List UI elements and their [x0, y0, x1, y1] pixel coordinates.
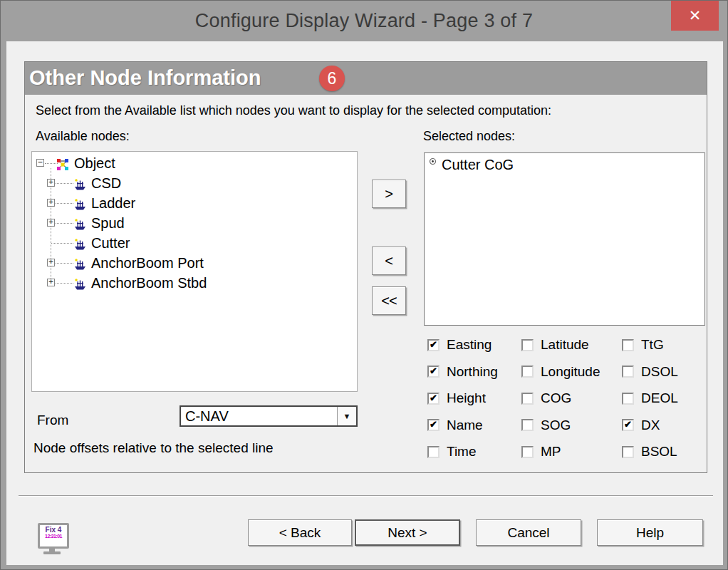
tree-dotted-connector: [45, 163, 58, 164]
expand-icon[interactable]: +: [47, 219, 55, 227]
tree-node-label: Object: [74, 153, 115, 173]
ship-icon: [74, 179, 86, 190]
tree-node[interactable]: +AnchorBoom Port: [33, 253, 357, 273]
checkbox-label: TtG: [641, 337, 664, 353]
field-checkbox-row[interactable]: ✔Height: [427, 390, 486, 407]
checkbox-label: DSOL: [641, 364, 678, 380]
checkbox[interactable]: [521, 419, 534, 431]
checkbox[interactable]: ✔: [427, 393, 440, 405]
cancel-button[interactable]: Cancel: [476, 519, 581, 546]
move-all-left-button[interactable]: <<: [372, 286, 406, 315]
field-checkbox-row[interactable]: COG: [521, 390, 571, 407]
expand-icon[interactable]: +: [47, 199, 55, 207]
checkbox[interactable]: ✔: [427, 339, 440, 351]
tree-node-label: Spud: [91, 213, 125, 233]
footer-separator: [19, 495, 713, 497]
checkbox[interactable]: [427, 446, 440, 458]
checkbox-label: Time: [447, 444, 477, 460]
collapse-icon[interactable]: −: [36, 159, 44, 167]
checkbox[interactable]: [521, 366, 534, 378]
page-header: Other Node Information 6: [25, 62, 707, 95]
check-icon: ✔: [430, 366, 437, 376]
titlebar: Configure Display Wizard - Page 3 of 7 ✕: [1, 1, 727, 41]
field-checkbox-row[interactable]: TtG: [622, 336, 664, 353]
checkbox[interactable]: ✔: [427, 419, 440, 431]
next-button[interactable]: Next >: [355, 519, 460, 546]
move-right-button[interactable]: >: [372, 180, 406, 208]
tree-dotted-connector: [56, 183, 73, 184]
field-checkbox-row[interactable]: ✔DX: [622, 417, 660, 434]
wizard-window: Configure Display Wizard - Page 3 of 7 ✕…: [0, 0, 728, 570]
field-checkbox-row[interactable]: Time: [427, 443, 477, 460]
checkbox-label: Longitude: [541, 364, 600, 380]
expand-icon[interactable]: +: [47, 279, 55, 286]
field-checkbox-row[interactable]: Longitude: [521, 363, 600, 380]
checkbox-label: Name: [447, 418, 483, 433]
close-icon: ✕: [689, 7, 702, 24]
expand-icon[interactable]: +: [47, 259, 55, 266]
tree-dotted-connector: [56, 203, 73, 204]
checkbox-label: Height: [447, 390, 486, 406]
move-left-button[interactable]: <: [372, 247, 406, 275]
checkbox-label: SOG: [541, 418, 571, 433]
checkbox-label: MP: [541, 444, 561, 460]
dialog-content: Other Node Information 6 Select from the…: [6, 41, 723, 565]
available-tree: −Object+CSD+Ladder+SpudCutter+AnchorBoom…: [33, 153, 357, 391]
tree-node[interactable]: Cutter: [33, 233, 357, 253]
selected-nodes-list[interactable]: Cutter CoG: [424, 152, 705, 326]
checkbox[interactable]: [521, 446, 534, 458]
field-checkbox-row[interactable]: SOG: [521, 417, 571, 434]
ship-icon: [74, 239, 86, 250]
field-checkbox-row[interactable]: DSOL: [622, 363, 678, 380]
checkbox-label: BSOL: [641, 444, 677, 460]
fix-status-monitor-icon: Fix 4 12:31:01: [36, 523, 69, 556]
tree-node[interactable]: −Object: [33, 153, 357, 173]
chevron-down-icon[interactable]: ▼: [337, 407, 356, 425]
checkbox[interactable]: [622, 366, 634, 378]
checkbox-label: DX: [641, 418, 660, 433]
close-button[interactable]: ✕: [671, 1, 719, 31]
expand-icon[interactable]: +: [47, 179, 55, 187]
field-checkbox-row[interactable]: ✔Name: [427, 417, 483, 434]
field-checkbox-row[interactable]: ✔Easting: [427, 336, 492, 353]
tree-dotted-connector: [56, 283, 73, 284]
checkbox[interactable]: ✔: [622, 419, 634, 431]
monitor-screen: Fix 4 12:31:01: [38, 523, 69, 549]
tree-dotted-connector: [56, 263, 73, 264]
checkbox[interactable]: [622, 393, 634, 405]
selected-node-item[interactable]: Cutter CoG: [429, 157, 700, 173]
instruction-text: Select from the Available list which nod…: [36, 103, 551, 118]
tree-node[interactable]: +Spud: [33, 213, 357, 233]
field-checkbox-row[interactable]: ✔Northing: [427, 363, 498, 380]
checkbox-label: Latitude: [541, 337, 589, 353]
checkbox[interactable]: [521, 393, 534, 405]
field-checkbox-row[interactable]: DEOL: [622, 390, 678, 407]
field-checkbox-row[interactable]: BSOL: [622, 443, 677, 460]
field-checkbox-row[interactable]: Latitude: [521, 336, 589, 353]
ship-icon: [74, 199, 86, 210]
selected-node-label: Cutter CoG: [442, 157, 514, 172]
object-diagram-icon: [57, 159, 69, 170]
tree-node-label: AnchorBoom Stbd: [91, 273, 207, 293]
checkbox[interactable]: [622, 339, 634, 351]
from-dropdown[interactable]: C-NAV ▼: [180, 405, 358, 427]
checkbox[interactable]: [622, 446, 634, 458]
help-button[interactable]: Help: [597, 519, 703, 546]
check-icon: ✔: [624, 419, 632, 430]
available-nodes-list[interactable]: −Object+CSD+Ladder+SpudCutter+AnchorBoom…: [31, 151, 358, 392]
check-icon: ✔: [430, 419, 437, 430]
checkbox-label: DEOL: [641, 390, 678, 406]
back-button[interactable]: < Back: [248, 519, 352, 546]
field-checkbox-row[interactable]: MP: [521, 443, 561, 460]
tree-node[interactable]: +Ladder: [33, 193, 357, 213]
tree-dotted-connector: [51, 243, 73, 244]
tree-node[interactable]: +CSD: [33, 173, 357, 193]
ship-icon: [74, 219, 86, 230]
checkbox[interactable]: ✔: [427, 366, 440, 378]
tree-node-label: AnchorBoom Port: [91, 253, 204, 273]
checkbox[interactable]: [521, 339, 534, 351]
tree-node[interactable]: +AnchorBoom Stbd: [33, 273, 357, 293]
checkbox-label: COG: [541, 390, 571, 406]
ship-icon: [74, 259, 86, 270]
tree-node-label: CSD: [91, 173, 121, 193]
